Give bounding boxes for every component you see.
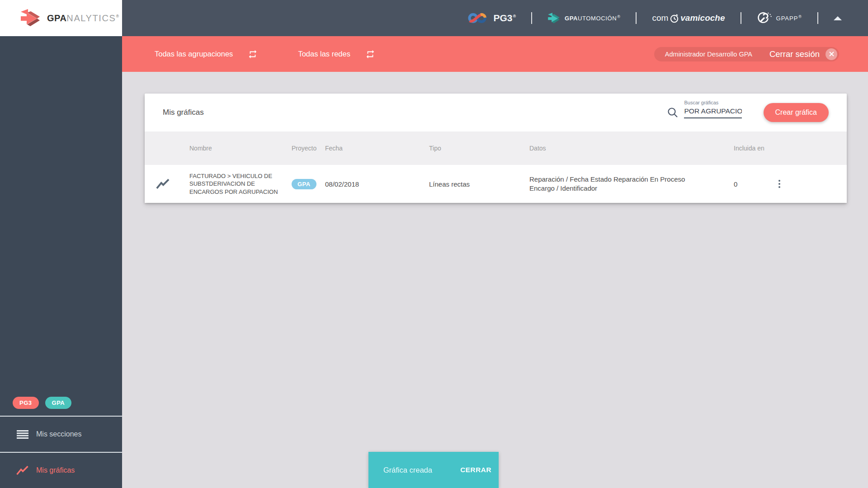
gpapp-logo-icon bbox=[757, 11, 772, 25]
top-bar: PG3® GPAUTOMOCIÓN® com bbox=[122, 0, 868, 36]
gpapp-logo-text: GPAPP® bbox=[776, 14, 802, 22]
comvamicoche-logo: com vamicoche bbox=[652, 13, 725, 23]
collapse-chevron-icon[interactable] bbox=[834, 16, 842, 20]
swap-icon bbox=[248, 49, 258, 59]
row-data-fields: Reparación / Fecha Estado Reparación En … bbox=[520, 175, 723, 193]
logout-x-icon[interactable] bbox=[826, 48, 837, 60]
sidebar-item-label: Mis secciones bbox=[36, 430, 81, 438]
snackbar-message: Gráfica creada bbox=[383, 466, 432, 474]
comvamicoche-logo-text-right: vamicoche bbox=[680, 13, 725, 23]
sidebar-item-mis-secciones[interactable]: Mis secciones bbox=[0, 416, 122, 452]
row-chart-name: FACTURADO > VEHICULO DE SUBSTDERIVACION … bbox=[181, 172, 289, 196]
row-actions bbox=[769, 178, 847, 190]
sidebar-badges: PG3 GPA bbox=[0, 397, 122, 409]
logo-divider bbox=[636, 12, 637, 24]
main-content: Mis gráficas Buscar gráficas Crear gráfi… bbox=[122, 72, 868, 488]
filter-redes[interactable]: Todas las redes bbox=[298, 49, 375, 59]
page-title: Mis gráficas bbox=[145, 108, 204, 117]
pg3-logo-icon bbox=[468, 12, 488, 24]
snackbar-close-button[interactable]: CERRAR bbox=[460, 466, 491, 474]
charts-icon bbox=[16, 465, 28, 475]
user-name: Administrador Desarrollo GPA bbox=[665, 51, 752, 58]
chart-type-icon bbox=[145, 178, 181, 189]
column-header-incluida-en: Incluida en bbox=[723, 145, 769, 152]
column-header-nombre: Nombre bbox=[181, 145, 289, 152]
sidebar-item-label: Mis gráficas bbox=[36, 466, 75, 474]
clock-icon bbox=[670, 14, 679, 23]
logo-divider bbox=[741, 12, 741, 24]
pg3-logo: PG3® bbox=[468, 12, 516, 24]
partner-logos: PG3® GPAUTOMOCIÓN® com bbox=[468, 11, 868, 25]
search-field: Buscar gráficas bbox=[684, 107, 742, 118]
pg3-logo-text: PG3® bbox=[493, 13, 516, 23]
gpautomocion-logo: GPAUTOMOCIÓN® bbox=[547, 13, 620, 24]
swap-icon bbox=[365, 49, 375, 59]
sidebar-spacer bbox=[0, 36, 122, 397]
snackbar: Gráfica creada CERRAR bbox=[368, 452, 499, 488]
column-header-tipo: Tipo bbox=[423, 145, 520, 152]
gpa-analytics-logo-icon bbox=[20, 9, 41, 27]
card-header: Mis gráficas Buscar gráficas Crear gráfi… bbox=[145, 94, 847, 131]
row-included-count: 0 bbox=[723, 180, 769, 188]
search-input[interactable] bbox=[684, 107, 742, 118]
column-header-fecha: Fecha bbox=[323, 145, 423, 152]
sections-icon bbox=[16, 430, 28, 439]
sidebar: GPANALYTICS® PG3 GPA Mis secciones Mis g… bbox=[0, 0, 122, 488]
mis-graficas-card: Mis gráficas Buscar gráficas Crear gráfi… bbox=[145, 94, 847, 203]
logo-divider bbox=[817, 12, 818, 24]
filter-agrupaciones[interactable]: Todas las agrupaciones bbox=[155, 49, 258, 59]
sidebar-item-mis-graficas[interactable]: Mis gráficas bbox=[0, 452, 122, 488]
search-label: Buscar gráficas bbox=[684, 100, 719, 105]
filter-agrupaciones-label: Todas las agrupaciones bbox=[155, 50, 233, 58]
table-row[interactable]: FACTURADO > VEHICULO DE SUBSTDERIVACION … bbox=[145, 165, 847, 203]
logo-divider bbox=[531, 12, 532, 24]
row-type: Líneas rectas bbox=[423, 180, 520, 188]
gpautomocion-logo-icon bbox=[547, 13, 560, 24]
column-header-datos: Datos bbox=[520, 144, 723, 153]
comvamicoche-logo-text-left: com bbox=[652, 13, 668, 23]
gpapp-logo: GPAPP® bbox=[757, 11, 802, 25]
column-header-proyecto: Proyecto bbox=[289, 145, 323, 152]
project-badge: GPA bbox=[292, 179, 316, 189]
table-header: Nombre Proyecto Fecha Tipo Datos Incluid… bbox=[145, 131, 847, 165]
filter-bar: Todas las agrupaciones Todas las redes A… bbox=[122, 36, 868, 72]
gpa-analytics-logo-text: GPANALYTICS® bbox=[47, 13, 119, 23]
user-session-pill: Administrador Desarrollo GPA Cerrar sesi… bbox=[654, 47, 839, 61]
pg3-badge[interactable]: PG3 bbox=[13, 397, 39, 409]
row-project: GPA bbox=[289, 179, 323, 189]
create-chart-button[interactable]: Crear gráfica bbox=[764, 103, 829, 122]
row-date: 08/02/2018 bbox=[323, 180, 423, 188]
search-icon bbox=[667, 107, 679, 118]
gpa-analytics-logo[interactable]: GPANALYTICS® bbox=[0, 0, 122, 36]
gpa-badge[interactable]: GPA bbox=[45, 397, 72, 409]
logout-button[interactable]: Cerrar sesión bbox=[769, 49, 820, 59]
filter-redes-label: Todas las redes bbox=[298, 50, 350, 58]
gpautomocion-logo-text: GPAUTOMOCIÓN® bbox=[565, 14, 620, 22]
row-menu-button[interactable] bbox=[775, 178, 783, 190]
